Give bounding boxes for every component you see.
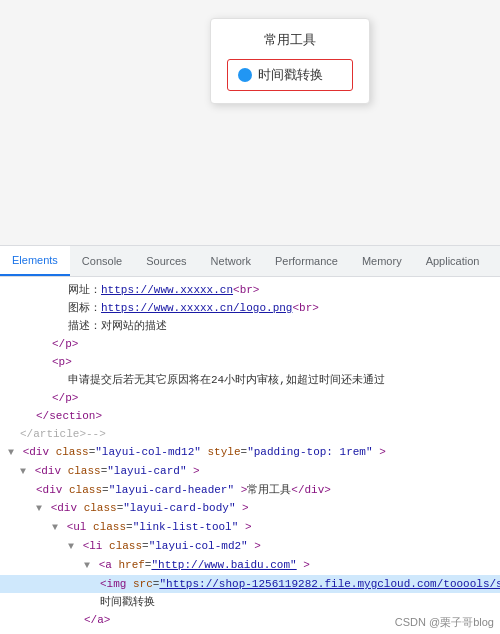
tab-application[interactable]: Application <box>414 246 492 276</box>
devtools-panel: Elements Console Sources Network Perform… <box>0 245 500 634</box>
code-line: ▼ <li class="layui-col-md2" > <box>0 537 500 556</box>
devtools-tabs: Elements Console Sources Network Perform… <box>0 245 500 277</box>
tab-performance[interactable]: Performance <box>263 246 350 276</box>
code-line: 图标：https://www.xxxxx.cn/logo.png<br> <box>0 299 500 317</box>
code-line: ▼ <div class="layui-card-body" > <box>0 499 500 518</box>
code-line: <div class="layui-card-header" >常用工具</di… <box>0 481 500 499</box>
code-line: ▼ <a href="http://www.baidu.com" > <box>0 556 500 575</box>
tab-network[interactable]: Network <box>199 246 263 276</box>
code-line: </p> <box>0 335 500 353</box>
code-line: ▼ <ul class="link-list-tool" > <box>0 518 500 537</box>
code-line: </p> <box>0 389 500 407</box>
code-line: ▼ <div class="layui-col-md12" style="pad… <box>0 443 500 462</box>
tab-elements[interactable]: Elements <box>0 246 70 276</box>
clock-icon <box>238 68 252 82</box>
top-area: 常用工具 时间戳转换 <box>0 0 500 245</box>
code-panel: 网址：https://www.xxxxx.cn<br> 图标：https://w… <box>0 277 500 634</box>
tooltip-item-text: 时间戳转换 <box>258 66 323 84</box>
code-line: 描述：对网站的描述 <box>0 317 500 335</box>
code-line: ▼ <div class="layui-card" > <box>0 462 500 481</box>
code-line: </section> <box>0 407 500 425</box>
code-line: <p> <box>0 353 500 371</box>
code-line: </article>--> <box>0 425 500 443</box>
code-line: 申请提交后若无其它原因将在24小时内审核,如超过时间还未通过 <box>0 371 500 389</box>
tooltip-title: 常用工具 <box>227 31 353 49</box>
watermark: CSDN @栗子哥blog <box>395 615 494 630</box>
tab-sources[interactable]: Sources <box>134 246 198 276</box>
tooltip-card: 常用工具 时间戳转换 <box>210 18 370 104</box>
code-line: 网址：https://www.xxxxx.cn<br> <box>0 281 500 299</box>
tab-console[interactable]: Console <box>70 246 134 276</box>
code-line-selected: <img src="https://shop-1256119282.file.m… <box>0 575 500 593</box>
code-line: 时间戳转换 <box>0 593 500 611</box>
tooltip-item[interactable]: 时间戳转换 <box>227 59 353 91</box>
tab-memory[interactable]: Memory <box>350 246 414 276</box>
